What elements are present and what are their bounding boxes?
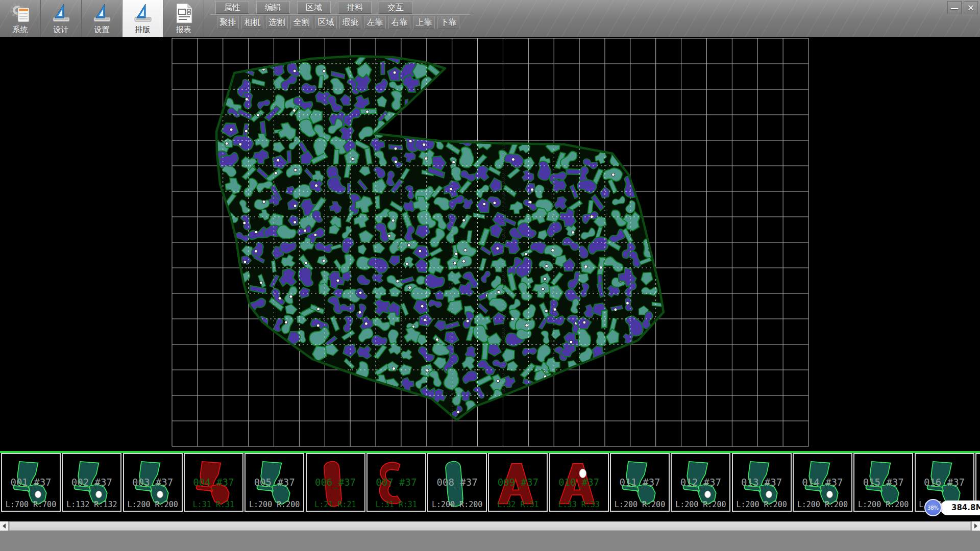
layout-ruler-icon <box>132 2 154 24</box>
filmstrip-item-2[interactable]: 002_#37L:132 R:132 <box>62 453 121 512</box>
filmstrip-item-5[interactable]: 005_#37L:200 R:200 <box>244 453 304 512</box>
piece-lr-count: L:200 R:200 <box>854 500 912 509</box>
piece-lr-count: L:700 R:700 <box>2 500 60 509</box>
filmstrip-item-13[interactable]: 013_#37L:200 R:200 <box>732 453 792 512</box>
piece-label: 007_#37 <box>368 477 425 488</box>
filmstrip-item-7[interactable]: 007_#37L:31 R:31 <box>366 453 426 512</box>
action-button-1[interactable]: 聚排 <box>217 16 239 29</box>
system-gear-icon <box>9 2 32 24</box>
scroll-left-button[interactable] <box>0 521 9 531</box>
menu-tab-1[interactable]: 属性 <box>215 1 249 14</box>
action-button-8[interactable]: 右靠 <box>388 16 410 29</box>
action-button-3[interactable]: 选割 <box>266 16 288 29</box>
filmstrip-item-3[interactable]: 003_#37L:200 R:200 <box>123 453 183 512</box>
piece-lr-count: L:200 R:200 <box>611 500 669 509</box>
menu-tab-4[interactable]: 排料 <box>338 1 372 14</box>
piece-lr-count: L:200 R:200 <box>246 500 303 509</box>
main-button-5[interactable]: 报表 <box>163 0 204 37</box>
app-window: 系统设计设置排版报表 属性编辑区域排料交互 聚排相机选割全割区域瑕疵左靠右靠上靠… <box>0 0 980 551</box>
filmstrip-item-8[interactable]: 008_#37L:200 R:200 <box>427 453 487 512</box>
piece-label: 010_#37 <box>550 477 608 488</box>
piece-lr-count: L:200 R:200 <box>733 500 791 509</box>
main-button-4[interactable]: 排版 <box>122 0 163 37</box>
main-button-label: 排版 <box>135 25 151 35</box>
right-arrow-icon <box>974 523 977 529</box>
piece-lr-count: L:200 R:200 <box>428 500 486 509</box>
hide-nesting-view[interactable] <box>0 37 980 451</box>
scroll-right-button[interactable] <box>971 521 980 531</box>
piece-lr-count: L:31 R:31 <box>368 500 425 509</box>
piece-label: 013_#37 <box>733 477 791 488</box>
main-button-label: 设计 <box>54 25 69 35</box>
piece-lr-count: L:132 R:132 <box>63 500 120 509</box>
close-button[interactable]: ✕ <box>964 1 978 14</box>
filmstrip-item-14[interactable]: 014_#37L:200 R:200 <box>793 453 852 512</box>
main-button-label: 设置 <box>94 25 110 35</box>
main-button-group: 系统设计设置排版报表 <box>0 0 204 37</box>
piece-label: 004_#37 <box>185 477 242 488</box>
horizontal-scrollbar[interactable] <box>0 521 980 531</box>
action-button-row: 聚排相机选割全割区域瑕疵左靠右靠上靠下靠 <box>217 16 459 29</box>
filmstrip-item-11[interactable]: 011_#37L:200 R:200 <box>610 453 670 512</box>
report-doc-icon <box>173 2 195 24</box>
piece-lr-count: L:32 R:31 <box>489 500 547 509</box>
piece-lr-count: L:33 R:33 <box>550 500 608 509</box>
progress-badge: 38% <box>924 499 942 516</box>
piece-label: 005_#37 <box>246 477 303 488</box>
memory-badge: 384.8M <box>940 500 980 515</box>
bottom-status-strip <box>0 531 980 551</box>
nesting-canvas[interactable] <box>0 37 980 451</box>
piece-label: 002_#37 <box>63 477 120 488</box>
filmstrip-item-12[interactable]: 012_#37L:200 R:200 <box>671 453 730 512</box>
nested-pieces <box>207 49 664 420</box>
action-button-10[interactable]: 下靠 <box>437 16 459 29</box>
piece-label: 012_#37 <box>672 477 729 488</box>
filmstrip-item-4[interactable]: 004_#37L:31 R:31 <box>184 453 243 512</box>
menu-tab-5[interactable]: 交互 <box>379 1 412 14</box>
menu-tab-2[interactable]: 编辑 <box>256 1 290 14</box>
main-button-2[interactable]: 设计 <box>41 0 82 37</box>
scrollbar-thumb[interactable] <box>9 521 971 531</box>
piece-lr-count: L:31 R:31 <box>185 500 242 509</box>
action-button-7[interactable]: 左靠 <box>364 16 386 29</box>
action-button-6[interactable]: 瑕疵 <box>339 16 361 29</box>
piece-label: 011_#37 <box>611 477 669 488</box>
piece-label: 015_#37 <box>854 477 912 488</box>
piece-lr-count: L:21 R:21 <box>307 500 364 509</box>
design-ruler-icon <box>50 2 72 24</box>
filmstrip-item-15[interactable]: 015_#37L:200 R:200 <box>853 453 913 512</box>
main-button-3[interactable]: 设置 <box>82 0 122 37</box>
piece-label: 003_#37 <box>124 477 182 488</box>
settings-ruler-icon <box>91 2 113 24</box>
filmstrip-item-6[interactable]: 006_#37L:21 R:21 <box>306 453 365 512</box>
filmstrip-item-10[interactable]: 010_#37L:33 R:33 <box>549 453 609 512</box>
piece-label: 014_#37 <box>794 477 851 488</box>
toolbar: 系统设计设置排版报表 属性编辑区域排料交互 聚排相机选割全割区域瑕疵左靠右靠上靠… <box>0 0 980 37</box>
action-button-2[interactable]: 相机 <box>241 16 263 29</box>
menu-tab-row: 属性编辑区域排料交互 <box>215 1 412 14</box>
minimize-button[interactable]: — <box>947 1 962 14</box>
toolbar-divider <box>210 14 471 15</box>
pattern-filmstrip: 001_#37L:700 R:700002_#37L:132 R:132003_… <box>0 453 980 512</box>
action-button-9[interactable]: 上靠 <box>413 16 435 29</box>
main-button-label: 系统 <box>13 25 28 35</box>
action-button-5[interactable]: 区域 <box>315 16 337 29</box>
piece-label: 008_#37 <box>428 477 486 488</box>
main-button-label: 报表 <box>176 25 191 35</box>
action-button-4[interactable]: 全割 <box>290 16 312 29</box>
piece-label: 006_#37 <box>307 477 364 488</box>
piece-label: 017_#37 <box>976 477 980 488</box>
piece-lr-count: L:200 R:200 <box>794 500 851 509</box>
piece-label: 009_#37 <box>489 477 547 488</box>
piece-label: 001_#37 <box>2 477 60 488</box>
piece-lr-count: L:200 R:200 <box>672 500 729 509</box>
filmstrip-item-9[interactable]: 009_#37L:32 R:31 <box>488 453 548 512</box>
left-arrow-icon <box>3 523 6 529</box>
main-button-1[interactable]: 系统 <box>0 0 41 37</box>
piece-label: 016_#37 <box>916 477 973 488</box>
filmstrip-item-1[interactable]: 001_#37L:700 R:700 <box>1 453 61 512</box>
window-controls: — ✕ <box>947 1 978 14</box>
menu-tab-3[interactable]: 区域 <box>297 1 331 14</box>
piece-lr-count: L:200 R:200 <box>124 500 182 509</box>
